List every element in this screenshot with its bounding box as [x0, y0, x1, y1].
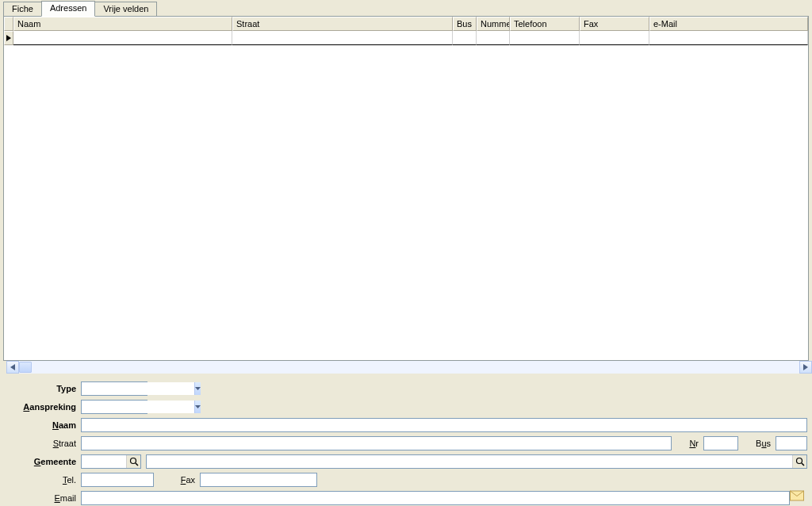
aanspreking-dropdown-button[interactable]	[194, 401, 201, 413]
gemeente-name-lookup[interactable]	[146, 454, 807, 469]
col-straat[interactable]: Straat	[232, 17, 453, 31]
svg-marker-4	[195, 405, 201, 408]
cell-straat[interactable]	[232, 31, 453, 45]
cell-email[interactable]	[649, 31, 808, 45]
tab-vrije-velden[interactable]: Vrije velden	[94, 2, 157, 16]
col-telefoon[interactable]: Telefoon	[510, 17, 580, 31]
label-straat: Straat	[5, 439, 81, 448]
label-email: Email	[5, 493, 81, 503]
type-input[interactable]	[82, 382, 194, 395]
cell-nummer[interactable]	[477, 31, 510, 45]
svg-marker-2	[803, 364, 808, 370]
email-field[interactable]	[81, 491, 790, 505]
aanspreking-combo[interactable]	[81, 400, 147, 414]
email-icon[interactable]	[790, 490, 804, 501]
svg-line-6	[136, 463, 138, 466]
nr-field[interactable]	[703, 436, 738, 450]
col-nummer[interactable]: Nummer	[477, 17, 510, 31]
scroll-track[interactable]	[19, 361, 799, 374]
scroll-thumb[interactable]	[19, 362, 32, 373]
label-type: Type	[5, 384, 81, 393]
gemeente-name-search-button[interactable]	[792, 455, 806, 468]
grid-header: Naam Straat Bus Nummer Telefoon Fax e-Ma…	[4, 17, 808, 31]
fax-field[interactable]	[200, 473, 317, 487]
label-gemeente: Gemeente	[5, 457, 81, 466]
col-email[interactable]: e-Mail	[649, 17, 808, 31]
col-bus[interactable]: Bus	[453, 17, 477, 31]
svg-line-8	[802, 463, 804, 466]
bus-field[interactable]	[776, 436, 807, 450]
label-bus: Bus	[738, 439, 776, 448]
current-row-indicator	[4, 31, 13, 45]
gemeente-name-input[interactable]	[147, 457, 792, 466]
svg-marker-0	[6, 35, 11, 41]
grid-corner	[4, 17, 13, 31]
col-fax[interactable]: Fax	[580, 17, 649, 31]
svg-point-5	[130, 458, 136, 464]
cell-fax[interactable]	[580, 31, 649, 45]
tel-field[interactable]	[81, 473, 154, 487]
type-combo[interactable]	[81, 381, 147, 396]
label-naam: Naam	[5, 420, 81, 430]
cell-telefoon[interactable]	[510, 31, 580, 45]
svg-marker-1	[10, 364, 15, 370]
svg-marker-3	[195, 387, 201, 390]
tab-adressen[interactable]: Adressen	[41, 1, 95, 17]
straat-field[interactable]	[81, 436, 672, 450]
scroll-right-button[interactable]	[799, 361, 812, 374]
gemeente-code-input[interactable]	[82, 457, 126, 466]
cell-bus[interactable]	[453, 31, 477, 45]
table-row[interactable]	[4, 31, 808, 45]
svg-point-7	[796, 458, 802, 464]
grid-h-scrollbar[interactable]	[6, 361, 812, 374]
tab-bar: Fiche Adressen Vrije velden	[0, 0, 812, 16]
type-dropdown-button[interactable]	[194, 382, 201, 395]
label-aanspreking: Aanspreking	[5, 402, 81, 412]
tab-fiche[interactable]: Fiche	[3, 2, 42, 16]
naam-field[interactable]	[81, 418, 807, 432]
address-form: Type Aanspreking Naam Straat Nr Bus Geme…	[0, 374, 812, 506]
label-nr: Nr	[672, 439, 703, 448]
aanspreking-input[interactable]	[82, 401, 194, 413]
address-grid: Naam Straat Bus Nummer Telefoon Fax e-Ma…	[3, 16, 809, 361]
label-fax: Fax	[154, 475, 200, 485]
label-tel: Tel.	[5, 475, 81, 485]
search-icon	[795, 457, 805, 466]
search-icon	[129, 457, 139, 466]
scroll-left-button[interactable]	[6, 361, 19, 374]
gemeente-code-search-button[interactable]	[126, 455, 140, 468]
gemeente-code-lookup[interactable]	[81, 454, 141, 469]
cell-naam[interactable]	[13, 31, 232, 45]
col-naam[interactable]: Naam	[13, 17, 232, 31]
